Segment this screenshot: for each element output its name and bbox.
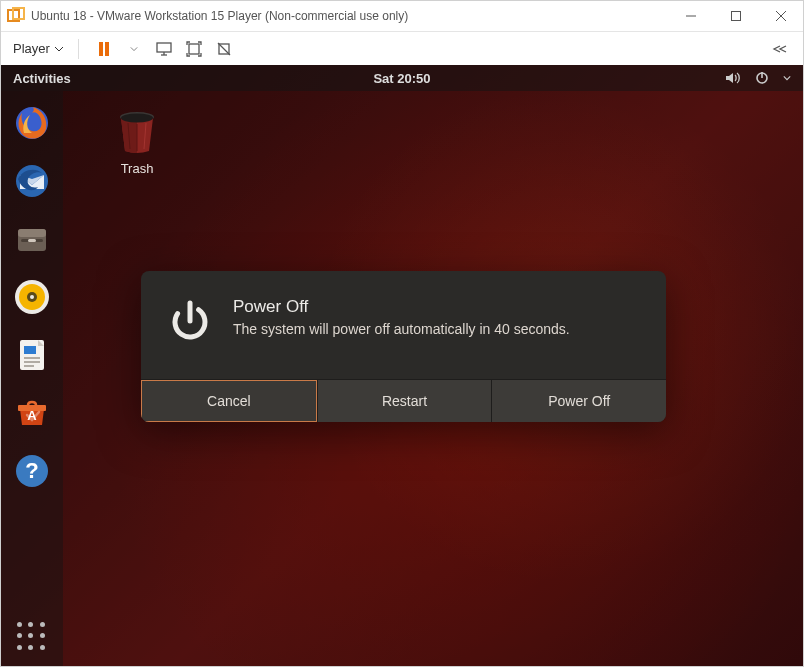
dock-ubuntu-software[interactable]: A [10,391,54,435]
power-off-dialog: Power Off The system will power off auto… [141,271,666,422]
svg-rect-3 [731,12,740,21]
trash-desktop-icon[interactable]: Trash [101,109,173,176]
trash-label: Trash [101,161,173,176]
window-controls [668,1,803,31]
dock-thunderbird[interactable] [10,159,54,203]
chevron-down-icon [54,44,64,54]
separator [78,39,79,59]
show-applications-button[interactable] [17,622,47,652]
dialog-title: Power Off [233,297,570,317]
dock: A ? [1,91,63,666]
dialog-message: The system will power off automatically … [233,321,570,337]
power-icon [167,297,213,343]
cancel-button[interactable]: Cancel [141,380,317,422]
maximize-button[interactable] [713,1,758,31]
svg-rect-17 [18,229,46,237]
svg-point-34 [121,114,153,123]
dock-files[interactable] [10,217,54,261]
vmware-window: Ubuntu 18 - VMware Workstation 15 Player… [0,0,804,667]
collapse-toolbar-button[interactable] [769,38,791,60]
player-menu-label: Player [13,41,50,56]
titlebar: Ubuntu 18 - VMware Workstation 15 Player… [1,1,803,31]
svg-rect-19 [28,239,36,242]
svg-point-23 [30,295,34,299]
close-button[interactable] [758,1,803,31]
pause-dropdown[interactable] [123,38,145,60]
svg-rect-9 [189,44,199,54]
svg-text:A: A [27,408,37,423]
vmware-icon [7,7,25,25]
dock-rhythmbox[interactable] [10,275,54,319]
dock-help[interactable]: ? [10,449,54,493]
fullscreen-button[interactable] [183,38,205,60]
minimize-button[interactable] [668,1,713,31]
svg-rect-6 [157,43,171,52]
send-ctrl-alt-del-button[interactable] [153,38,175,60]
dock-libreoffice-writer[interactable] [10,333,54,377]
guest-desktop: Activities Sat 20:50 [1,65,803,666]
dock-firefox[interactable] [10,101,54,145]
clock[interactable]: Sat 20:50 [373,71,430,86]
volume-icon [725,71,741,85]
dialog-buttons: Cancel Restart Power Off [141,379,666,422]
svg-text:?: ? [25,458,38,483]
svg-line-11 [218,43,230,55]
vmware-toolbar: Player [1,31,803,65]
svg-rect-25 [24,346,36,354]
trash-icon [116,109,158,155]
system-status-area[interactable] [725,71,791,85]
gnome-topbar: Activities Sat 20:50 [1,65,803,91]
window-title: Ubuntu 18 - VMware Workstation 15 Player… [31,9,668,23]
power-icon [755,71,769,85]
unity-button[interactable] [213,38,235,60]
player-menu[interactable]: Player [9,41,68,56]
activities-button[interactable]: Activities [13,71,71,86]
chevron-down-icon [783,74,791,82]
power-off-button[interactable]: Power Off [491,380,666,422]
pause-button[interactable] [93,38,115,60]
restart-button[interactable]: Restart [317,380,492,422]
